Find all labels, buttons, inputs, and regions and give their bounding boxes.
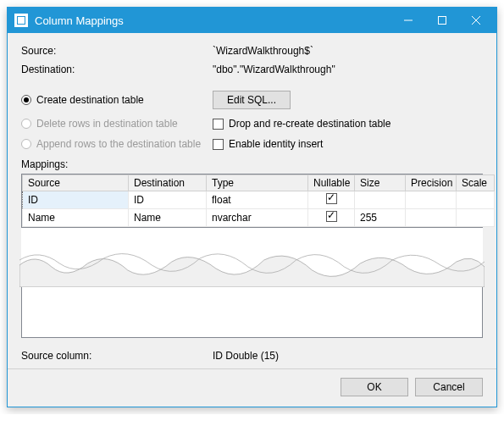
identity-insert-label: Enable identity insert — [229, 138, 323, 150]
col-destination[interactable]: Destination — [129, 175, 207, 191]
append-rows-radio — [21, 139, 31, 149]
table-cell[interactable]: ID — [23, 191, 129, 209]
close-button[interactable] — [459, 8, 493, 32]
table-cell[interactable] — [355, 191, 406, 209]
drop-recreate-checkbox[interactable] — [213, 119, 224, 130]
titlebar: Column Mappings — [8, 8, 496, 33]
dialog-window: Column Mappings Source: `WizardWalkthrou… — [7, 7, 497, 407]
table-row[interactable]: IDIDfloat — [23, 191, 495, 209]
source-column-label: Source column: — [21, 350, 213, 362]
col-nullable[interactable]: Nullable — [308, 175, 355, 191]
app-icon — [14, 14, 28, 27]
create-table-radio[interactable] — [21, 95, 31, 105]
col-precision[interactable]: Precision — [406, 175, 457, 191]
edit-sql-button[interactable]: Edit SQL... — [213, 91, 291, 109]
nullable-cell[interactable] — [308, 209, 355, 227]
source-label: Source: — [21, 45, 213, 57]
append-rows-label: Append rows to the destination table — [36, 138, 201, 150]
table-cell[interactable]: Name — [129, 209, 207, 227]
table-cell[interactable]: Name — [23, 209, 129, 227]
table-cell[interactable]: ID — [129, 191, 207, 209]
destination-value: "dbo"."WizardWalkthrough" — [213, 64, 483, 75]
torn-edge — [21, 228, 483, 287]
destination-label: Destination: — [21, 64, 213, 75]
table-header-row: Source Destination Type Nullable Size Pr… — [23, 175, 495, 191]
mappings-table: Source Destination Type Nullable Size Pr… — [21, 174, 483, 228]
col-scale[interactable]: Scale — [457, 175, 495, 191]
identity-insert-checkbox[interactable] — [213, 139, 224, 150]
create-table-label: Create destination table — [36, 94, 144, 106]
col-type[interactable]: Type — [207, 175, 308, 191]
table-cell[interactable] — [457, 209, 495, 227]
delete-rows-radio — [21, 119, 31, 129]
col-size[interactable]: Size — [355, 175, 406, 191]
delete-rows-label: Delete rows in destination table — [36, 118, 178, 130]
table-cell[interactable] — [406, 209, 457, 227]
col-source[interactable]: Source — [23, 175, 129, 191]
dialog-content: Source: `WizardWalkthrough$` Destination… — [8, 33, 496, 407]
table-cell[interactable]: nvarchar — [207, 209, 308, 227]
ok-button[interactable]: OK — [341, 378, 408, 396]
nullable-cell[interactable] — [308, 191, 355, 209]
drop-recreate-label: Drop and re-create destination table — [229, 118, 390, 130]
mappings-label: Mappings: — [21, 158, 483, 170]
table-cell[interactable] — [457, 191, 495, 209]
table-cell[interactable]: 255 — [355, 209, 406, 227]
cancel-button[interactable]: Cancel — [415, 378, 483, 396]
window-title: Column Mappings — [35, 14, 391, 27]
nullable-checkbox[interactable] — [326, 211, 337, 222]
minimize-button[interactable] — [391, 8, 425, 32]
table-cell[interactable] — [406, 191, 457, 209]
blank-panel — [21, 287, 483, 338]
table-cell[interactable]: float — [207, 191, 308, 209]
nullable-checkbox[interactable] — [326, 193, 337, 204]
source-column-value: ID Double (15) — [213, 350, 483, 362]
maximize-button[interactable] — [425, 8, 459, 32]
table-row[interactable]: NameNamenvarchar255 — [23, 209, 495, 227]
source-value: `WizardWalkthrough$` — [213, 45, 483, 57]
svg-rect-1 — [439, 17, 446, 25]
